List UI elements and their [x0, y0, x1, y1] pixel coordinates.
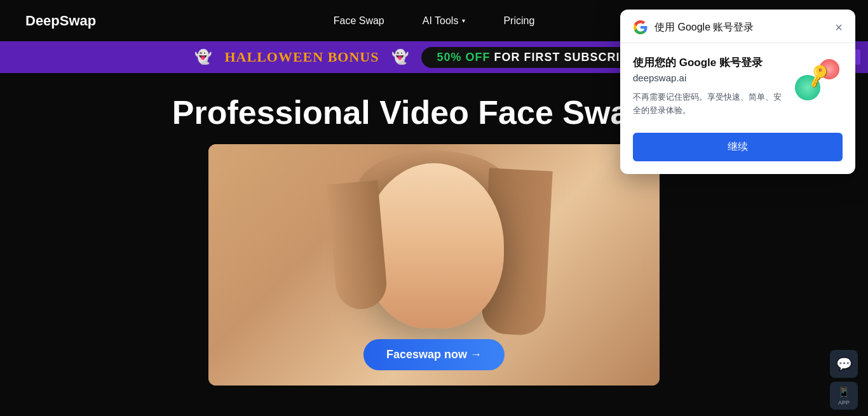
google-signin-dialog: 使用 Google 账号登录 × 使用您的 Google 账号登录 deepsw… — [620, 10, 855, 174]
dialog-continue-button[interactable]: 继续 — [633, 133, 843, 161]
dialog-body: 使用您的 Google 账号登录 deepswap.ai 不再需要记住密码。享受… — [620, 43, 855, 133]
app-widget[interactable]: 📱 APP — [830, 382, 858, 410]
hero-title: Professional Video Face Swap To — [172, 93, 696, 131]
nav-pricing[interactable]: Pricing — [503, 15, 534, 27]
faceswap-now-button[interactable]: Faceswap now → — [363, 339, 505, 370]
dialog-domain: deepswap.ai — [633, 72, 782, 83]
chat-icon: 💬 — [836, 356, 852, 372]
dialog-header-title: 使用 Google 账号登录 — [654, 21, 754, 34]
google-logo-icon — [633, 20, 648, 35]
logo: DeepSwap — [25, 13, 96, 29]
face-circle — [364, 163, 504, 328]
ghost-emoji: 👻 — [194, 49, 212, 65]
dialog-description: 不再需要记住密码。享受快速、简单、安全的登录体验。 — [633, 91, 782, 117]
dialog-footer: 继续 — [620, 133, 855, 174]
banner-highlight: 50% OFF — [437, 51, 494, 64]
dialog-header: 使用 Google 账号登录 × — [620, 10, 855, 43]
nav-links: Face Swap AI Tools ▾ Pricing — [334, 15, 535, 27]
dialog-illustration: 🔑 — [792, 56, 843, 107]
chevron-down-icon: ▾ — [462, 17, 465, 24]
chat-widget[interactable]: 💬 — [830, 350, 858, 378]
app-label: APP — [838, 399, 850, 406]
dialog-header-left: 使用 Google 账号登录 — [633, 20, 754, 35]
app-icon: 📱 — [837, 386, 850, 398]
dialog-text-section: 使用您的 Google 账号登录 deepswap.ai 不再需要记住密码。享受… — [633, 56, 782, 117]
hero-video-container: Faceswap now → — [208, 144, 660, 386]
banner-left-text: HALLOWEEN BONUS — [224, 49, 379, 65]
dialog-subtitle: 使用您的 Google 账号登录 — [633, 56, 782, 70]
nav-ai-tools[interactable]: AI Tools ▾ — [423, 15, 466, 27]
ghost-emoji-2: 👻 — [391, 49, 409, 65]
dialog-close-button[interactable]: × — [835, 21, 843, 34]
nav-face-swap[interactable]: Face Swap — [334, 15, 384, 27]
